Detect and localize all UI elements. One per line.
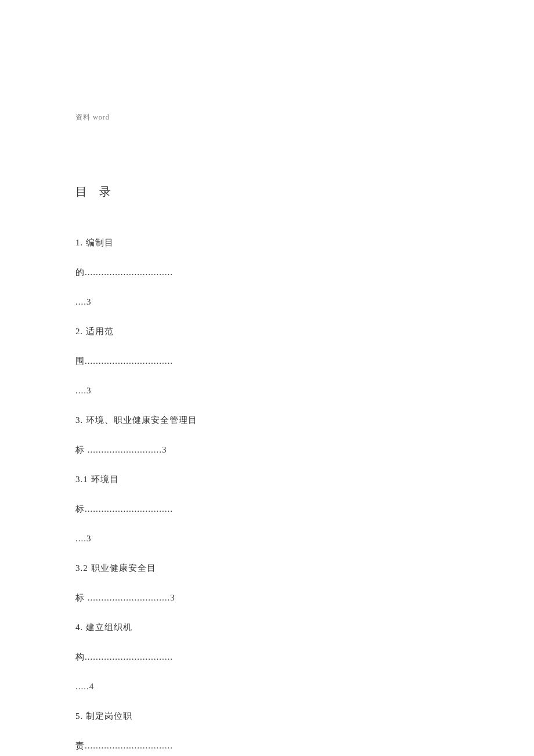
toc-entry: .....4 [75,679,238,693]
toc-entry: 3.2 职业健康安全目 [75,561,238,575]
toc-entry: ....3 [75,384,238,397]
toc-entry: 构................................ [75,650,238,664]
toc-entry: 4. 建立组织机 [75,620,238,634]
toc-entry: 1. 编制目 [75,236,238,249]
toc-entry: 3.1 环境目 [75,472,238,486]
document-content: 目 录 1. 编制目 的............................… [75,184,238,753]
toc-entry: 责................................ [75,739,238,753]
toc-entry: 标................................ [75,502,238,516]
toc-entry: 标 ...........................3 [75,443,238,457]
toc-title: 目 录 [75,184,238,200]
toc-entry: 5. 制定岗位职 [75,709,238,723]
toc-entry: 的................................ [75,265,238,279]
header-label: 资料 word [75,113,110,121]
page-header: 资料 word [75,113,110,122]
toc-entry: 围................................ [75,354,238,368]
toc-entry: ....3 [75,295,238,309]
toc-entry: 标 ..............................3 [75,591,238,605]
toc-entry: 2. 适用范 [75,324,238,338]
toc-entry: ....3 [75,531,238,545]
toc-entry: 3. 环境、职业健康安全管理目 [75,413,238,427]
